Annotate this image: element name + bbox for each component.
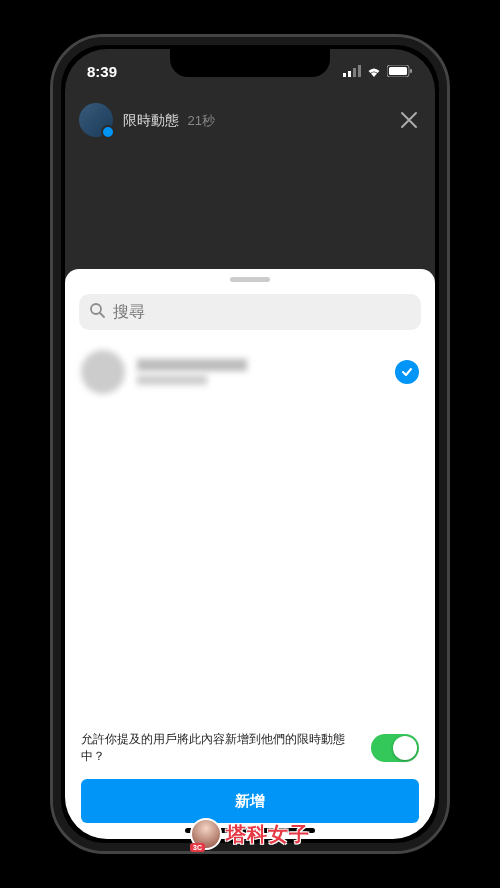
search-container: [65, 288, 435, 340]
permission-toggle[interactable]: [371, 734, 419, 762]
svg-rect-6: [410, 69, 412, 73]
status-time: 8:39: [87, 63, 117, 80]
user-avatar: [81, 350, 125, 394]
status-icons: [343, 65, 413, 77]
svg-line-8: [100, 313, 104, 317]
story-title: 限時動態: [123, 112, 179, 128]
svg-rect-1: [348, 71, 351, 77]
mention-modal-sheet: 允許你提及的用戶將此內容新增到他們的限時動態中？ 新增: [65, 269, 435, 839]
svg-rect-2: [353, 68, 356, 77]
svg-rect-3: [358, 65, 361, 77]
story-title-wrap: 限時動態 21秒: [123, 111, 215, 130]
watermark-text: 塔科女子: [226, 821, 310, 848]
cellular-signal-icon: [343, 65, 361, 77]
selected-checkmark[interactable]: [395, 360, 419, 384]
user-list[interactable]: [65, 340, 435, 711]
close-button[interactable]: [397, 108, 421, 132]
close-icon: [399, 110, 419, 130]
wifi-icon: [366, 65, 382, 77]
svg-rect-5: [389, 67, 407, 75]
user-row[interactable]: [65, 340, 435, 404]
story-duration: 21秒: [187, 113, 214, 128]
watermark-avatar-icon: [190, 818, 222, 850]
svg-rect-0: [343, 73, 346, 77]
battery-icon: [387, 65, 413, 77]
search-icon: [89, 302, 105, 322]
permission-row: 允許你提及的用戶將此內容新增到他們的限時動態中？: [81, 721, 419, 779]
permission-label: 允許你提及的用戶將此內容新增到他們的限時動態中？: [81, 731, 361, 765]
phone-screen: 8:39 限時動態 21秒: [65, 49, 435, 839]
user-subtitle: [137, 375, 207, 385]
user-info: [137, 359, 383, 385]
story-avatar[interactable]: [79, 103, 113, 137]
check-icon: [400, 365, 414, 379]
add-button[interactable]: 新增: [81, 779, 419, 823]
search-field[interactable]: [79, 294, 421, 330]
user-name: [137, 359, 247, 371]
watermark: 塔科女子: [190, 818, 310, 850]
story-header: 限時動態 21秒: [65, 93, 435, 147]
add-badge-icon: [101, 125, 115, 139]
notch: [170, 49, 330, 77]
drag-handle[interactable]: [230, 277, 270, 282]
toggle-knob: [393, 736, 417, 760]
phone-frame: 8:39 限時動態 21秒: [50, 34, 450, 854]
search-input[interactable]: [113, 303, 411, 321]
